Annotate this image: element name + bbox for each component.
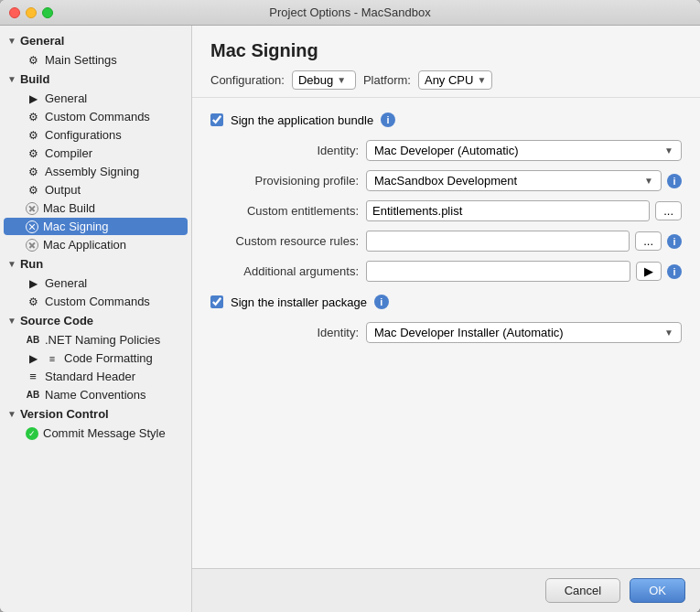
gear-icon: ⚙ [26,54,40,67]
sidebar-item-label: Commit Message Style [43,426,166,440]
play-icon: ▶ [26,277,40,290]
footer: Cancel OK [192,568,700,612]
gear-icon: ⚙ [26,295,40,308]
sidebar-item-label: Name Conventions [45,388,146,402]
arrow-icon: ▼ [7,259,16,269]
provisioning-info-icon[interactable]: i [667,174,682,188]
config-dropdown[interactable]: Debug ▼ [292,70,356,90]
sidebar-item-label: .NET Naming Policies [45,333,160,347]
provisioning-label: Provisioning profile: [220,174,366,188]
entitlements-input[interactable] [366,200,650,221]
resource-rules-browse-button[interactable]: ... [635,231,662,251]
config-value: Debug [298,73,333,87]
resource-rules-label: Custom resource rules: [220,234,366,248]
sign-installer-label: Sign the installer package [231,295,367,309]
main-window: Project Options - MacSandbox ▼ General ⚙… [0,0,700,612]
sidebar-section-source-code[interactable]: ▼ Source Code [0,311,191,330]
close-button[interactable] [9,7,20,18]
expand-icon: ▶ [26,352,40,365]
sign-installer-info-icon[interactable]: i [374,295,389,309]
sidebar-item-label: General [45,276,87,290]
sidebar-item-configurations[interactable]: ⚙ Configurations [4,126,188,144]
entitlements-row: ... [366,200,682,221]
installer-identity-dropdown[interactable]: Mac Developer Installer (Automatic) ▼ [366,322,682,343]
sign-bundle-info-icon[interactable]: i [381,113,395,127]
sign-bundle-row: Sign the application bundle i [210,113,682,127]
entitlements-browse-button[interactable]: ... [655,201,682,220]
resource-rules-info-icon[interactable]: i [667,234,682,249]
check-icon: ✓ [26,427,38,440]
identity-label: Identity: [220,144,366,157]
sidebar-section-source-code-label: Source Code [20,314,93,327]
ab-icon: AB [26,335,40,345]
arrow-icon: ▼ [7,36,16,46]
sidebar-section-general-label: General [20,34,64,48]
sidebar-item-mac-application[interactable]: Mac Application [4,236,188,253]
sidebar-item-naming-policies[interactable]: AB .NET Naming Policies [4,331,188,349]
sidebar-item-run-general[interactable]: ▶ General [4,274,188,292]
platform-label: Platform: [363,73,411,87]
gear-icon: ⚙ [26,129,40,142]
identity-value: Mac Developer (Automatic) [374,144,519,157]
sidebar-item-assembly-signing[interactable]: ⚙ Assembly Signing [4,163,188,180]
signing-form: Identity: Mac Developer (Automatic) ▼ Pr… [220,140,682,282]
sidebar-item-label: Standard Header [45,370,135,383]
cancel-button[interactable]: Cancel [545,578,620,603]
sidebar-item-label: Mac Build [43,201,95,215]
sign-bundle-label: Sign the application bundle [231,113,373,127]
dropdown-arrow-icon: ▼ [664,327,673,338]
sidebar-item-commit-message[interactable]: ✓ Commit Message Style [4,424,188,442]
sign-bundle-checkbox[interactable] [210,113,223,126]
sidebar-item-standard-header[interactable]: ≡ Standard Header [4,368,188,385]
sidebar-item-run-custom-commands[interactable]: ⚙ Custom Commands [4,293,188,310]
installer-identity-value: Mac Developer Installer (Automatic) [374,326,564,339]
identity-dropdown[interactable]: Mac Developer (Automatic) ▼ [366,140,682,161]
installer-identity-label: Identity: [220,326,366,339]
resource-rules-row: ... i [366,231,682,252]
sidebar-item-build-general[interactable]: ▶ General [4,90,188,107]
lines-icon: ≡ [45,353,59,364]
sidebar-item-label: Main Settings [45,53,117,67]
content-area: ▼ General ⚙ Main Settings ▼ Build ▶ Gene… [0,26,700,612]
page-title: Mac Signing [210,40,682,61]
sidebar-item-compiler[interactable]: ⚙ Compiler [4,145,188,162]
sidebar-section-build[interactable]: ▼ Build [0,70,191,89]
sidebar-item-code-formatting[interactable]: ▶ ≡ Code Formatting [4,349,188,367]
x-circle-icon [26,202,38,215]
x-circle-icon [26,239,38,252]
sidebar-section-version-control[interactable]: ▼ Version Control [0,404,191,424]
sidebar-item-name-conventions[interactable]: AB Name Conventions [4,386,188,403]
sign-installer-checkbox[interactable] [210,295,223,308]
ab2-icon: AB [26,390,40,400]
resource-rules-input[interactable] [366,231,630,252]
sidebar-item-custom-commands[interactable]: ⚙ Custom Commands [4,108,188,125]
additional-args-expand-button[interactable]: ▶ [636,262,662,281]
sidebar-section-run[interactable]: ▼ Run [0,254,191,274]
lines2-icon: ≡ [26,370,40,383]
additional-args-input[interactable] [366,261,630,282]
sidebar-section-build-label: Build [20,72,50,86]
additional-args-info-icon[interactable]: i [667,264,682,279]
platform-dropdown[interactable]: Any CPU ▼ [418,70,492,90]
provisioning-dropdown[interactable]: MacSandbox Development ▼ [366,170,662,191]
provisioning-value: MacSandbox Development [374,174,517,188]
sidebar-item-output[interactable]: ⚙ Output [4,181,188,199]
sidebar-item-main-settings[interactable]: ⚙ Main Settings [4,51,188,69]
provisioning-row: MacSandbox Development ▼ i [366,170,682,191]
gear-icon: ⚙ [26,166,40,178]
sidebar-item-mac-signing[interactable]: Mac Signing [4,218,188,235]
config-label: Configuration: [210,73,285,87]
arrow-icon: ▼ [7,74,16,84]
sidebar-item-mac-build[interactable]: Mac Build [4,199,188,217]
sidebar-section-general[interactable]: ▼ General [0,31,191,50]
sidebar-item-label: Output [45,183,81,197]
dropdown-arrow-icon: ▼ [337,75,346,85]
dropdown-arrow-icon: ▼ [664,145,673,156]
maximize-button[interactable] [42,7,53,18]
play-icon: ▶ [26,92,40,105]
entitlements-label: Custom entitlements: [220,204,366,218]
ok-button[interactable]: OK [630,578,685,603]
identity-row: Mac Developer (Automatic) ▼ [366,140,682,161]
minimize-button[interactable] [26,7,37,18]
sidebar-section-run-label: Run [20,257,43,271]
